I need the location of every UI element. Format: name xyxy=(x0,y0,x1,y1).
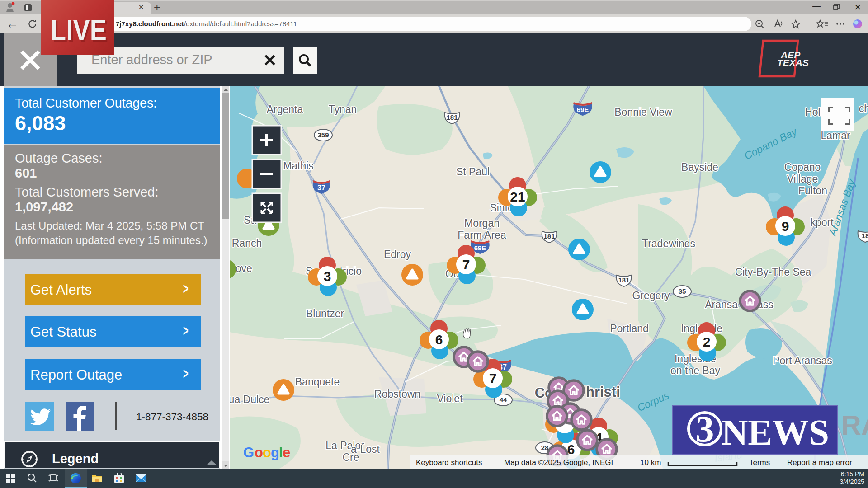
svg-text:10 km: 10 km xyxy=(640,458,661,467)
svg-text:7: 7 xyxy=(489,371,497,386)
svg-text:Robstown: Robstown xyxy=(374,388,420,400)
svg-text:Keyboard shortcuts: Keyboard shortcuts xyxy=(416,458,482,467)
svg-text:on the Bay: on the Bay xyxy=(670,365,720,376)
svg-text:Edroy: Edroy xyxy=(384,249,411,260)
svg-text:3: 3 xyxy=(324,269,331,284)
svg-text:o: o xyxy=(263,445,271,460)
svg-text:2: 2 xyxy=(703,334,711,349)
svg-text:21: 21 xyxy=(510,189,525,204)
svg-text:Bluntzer: Bluntzer xyxy=(306,308,344,319)
svg-text:RA: RA xyxy=(841,409,868,441)
svg-text:Violet: Violet xyxy=(437,393,463,404)
svg-text:Holi: Holi xyxy=(805,106,823,118)
svg-text:e: e xyxy=(283,445,290,460)
svg-text:37: 37 xyxy=(317,184,326,192)
svg-text:181: 181 xyxy=(618,276,629,284)
svg-text:181: 181 xyxy=(446,113,458,121)
svg-text:ua Dulce: ua Dulce xyxy=(230,394,269,405)
svg-text:Mathis: Mathis xyxy=(283,160,314,172)
svg-text:Port Aransas: Port Aransas xyxy=(773,355,832,366)
svg-text:Gregory: Gregory xyxy=(632,290,670,301)
svg-text:NEWS: NEWS xyxy=(722,412,829,453)
svg-text:TEXAS: TEXAS xyxy=(777,57,809,68)
svg-text:St Paul: St Paul xyxy=(456,166,490,178)
svg-text:35: 35 xyxy=(679,287,686,295)
svg-text:Aransa: Aransa xyxy=(705,299,738,310)
svg-text:City-By-The Sea: City-By-The Sea xyxy=(735,266,811,278)
svg-text:181: 181 xyxy=(543,232,555,240)
svg-text:g: g xyxy=(271,445,279,460)
svg-text:G: G xyxy=(243,445,254,460)
svg-text:18: 18 xyxy=(862,232,868,239)
svg-text:ch: ch xyxy=(859,103,868,114)
svg-text:9: 9 xyxy=(782,219,789,234)
svg-text:Cre: Cre xyxy=(342,451,359,463)
svg-text:6: 6 xyxy=(435,332,443,347)
svg-text:Tynan: Tynan xyxy=(329,103,357,115)
svg-text:Map data ©2025 Google, INEGI: Map data ©2025 Google, INEGI xyxy=(504,458,613,467)
svg-text:Report a map error: Report a map error xyxy=(787,458,852,467)
svg-text:Bonnie View: Bonnie View xyxy=(614,106,672,118)
svg-text:28: 28 xyxy=(541,444,549,451)
svg-text:69E: 69E xyxy=(577,106,589,113)
svg-text:Terms: Terms xyxy=(749,458,770,467)
svg-text:Morgan: Morgan xyxy=(464,217,500,229)
svg-text:Copano: Copano xyxy=(784,161,821,173)
svg-text:359: 359 xyxy=(317,131,329,139)
svg-text:o: o xyxy=(255,445,263,460)
svg-text:Village: Village xyxy=(787,173,818,185)
svg-text:3: 3 xyxy=(696,408,714,450)
svg-text:69E: 69E xyxy=(474,244,486,252)
svg-text:Argenta: Argenta xyxy=(267,103,303,115)
svg-text:Fulton: Fulton xyxy=(798,185,827,197)
svg-text:Tradewinds: Tradewinds xyxy=(642,238,695,249)
svg-text:Ranch: Ranch xyxy=(232,237,262,249)
svg-text:44: 44 xyxy=(500,396,507,404)
svg-text:Bayside: Bayside xyxy=(681,161,718,173)
svg-text:Banquete: Banquete xyxy=(295,376,340,388)
svg-text:7: 7 xyxy=(462,257,470,272)
svg-text:Farm Area: Farm Area xyxy=(458,229,506,241)
svg-text:hristi: hristi xyxy=(586,384,620,400)
svg-text:Portland: Portland xyxy=(610,323,649,334)
svg-text:Lamar: Lamar xyxy=(821,130,850,141)
